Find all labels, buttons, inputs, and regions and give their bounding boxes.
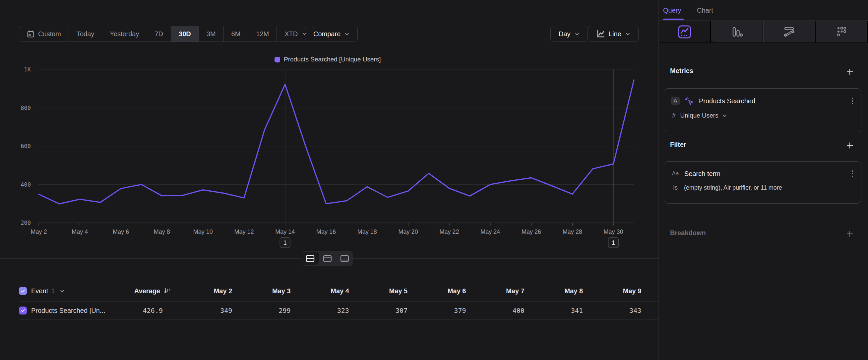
aggregation-label: Unique Users: [680, 112, 718, 119]
view-toggle: [302, 251, 353, 266]
metric-card[interactable]: A Products Searched # Unique Users: [664, 88, 861, 132]
series-checkbox[interactable]: [19, 307, 27, 314]
chart-only-view-button[interactable]: [319, 251, 336, 266]
filter-heading: Filter: [670, 141, 686, 148]
chart-type-bar-button[interactable]: [711, 21, 763, 43]
table-header-left: Event1 Average: [19, 287, 179, 295]
y-axis-label: 400: [21, 181, 31, 188]
filter-value[interactable]: (empty string), Air purifier, or 11 more: [684, 184, 782, 191]
x-axis-label: May 22: [439, 228, 459, 235]
cell-value: 299: [237, 307, 296, 314]
chart-only-view-icon: [323, 255, 332, 262]
filter-card[interactable]: Aa Search term Is (empty string), Air pu…: [664, 161, 861, 203]
annotation-badge-label: 1: [612, 240, 615, 246]
x-axis-label: May 12: [234, 228, 254, 235]
breakdown-heading: Breakdown: [670, 229, 706, 237]
metrics-heading: Metrics: [670, 67, 693, 75]
sort-icon: [163, 287, 170, 294]
query-panel: Query Chart: [659, 0, 868, 360]
flow-chart-icon: [782, 25, 796, 38]
analytics-app: CustomTodayYesterday7D30D3M6M12MXTD Comp…: [0, 0, 868, 360]
table-header-row: Event1 Average May 2May 3May 4May 5May 6…: [19, 281, 658, 302]
add-breakdown-button[interactable]: [845, 229, 854, 238]
breakdown-table: Event1 Average May 2May 3May 4May 5May 6…: [0, 281, 658, 320]
series-name: Products Searched [Un...: [31, 307, 105, 314]
aggregation-prefix: #: [672, 112, 676, 119]
table-row-left: Products Searched [Un... 426.9: [19, 307, 179, 314]
column-header: May 9: [588, 287, 646, 295]
trend-line-chart[interactable]: 2004006008001KMay 2May 4May 6May 8May 10…: [0, 0, 658, 253]
event-count: 1: [51, 287, 55, 295]
add-filter-button[interactable]: [845, 141, 854, 150]
event-label: Event: [31, 287, 48, 295]
y-axis-label: 600: [21, 143, 31, 149]
active-tab-indicator: [663, 19, 684, 20]
string-type-badge: Aa: [671, 169, 680, 178]
cell-value: 323: [296, 307, 354, 314]
metric-menu-icon[interactable]: [850, 96, 855, 106]
add-metric-button[interactable]: [845, 67, 854, 76]
event-cursor-icon: [684, 96, 694, 106]
table-only-view-icon: [340, 255, 349, 262]
date-column-values: 349299323307379400341343: [179, 307, 646, 314]
column-header: May 8: [529, 287, 588, 295]
y-axis-label: 200: [21, 220, 31, 226]
main-area: CustomTodayYesterday7D30D3M6M12MXTD Comp…: [0, 0, 658, 360]
cell-value: 379: [412, 307, 471, 314]
split-view-icon: [306, 255, 315, 262]
chevron-down-icon: [722, 113, 727, 118]
column-header: May 6: [412, 287, 471, 295]
chart-type-strip: [659, 21, 868, 43]
split-view-button[interactable]: [302, 252, 319, 265]
table-only-view-button[interactable]: [336, 251, 353, 266]
metric-letter-badge: A: [671, 96, 680, 105]
x-axis-label: May 30: [604, 228, 623, 235]
select-all-checkbox[interactable]: [19, 287, 27, 295]
x-axis-label: May 14: [275, 228, 295, 235]
column-header: May 3: [237, 287, 296, 295]
series-line[interactable]: [39, 80, 634, 204]
x-axis-label: May 10: [193, 228, 213, 235]
x-axis-label: May 20: [399, 228, 418, 235]
cell-value: 400: [471, 307, 529, 314]
cell-value: 341: [529, 307, 588, 314]
column-header: May 2: [179, 287, 237, 295]
x-axis-label: May 8: [154, 228, 170, 235]
metric-name[interactable]: Products Searched: [699, 97, 755, 105]
column-header: May 5: [354, 287, 412, 295]
filter-operator[interactable]: Is: [673, 184, 678, 191]
x-axis-label: May 26: [522, 228, 541, 235]
y-axis-label: 800: [21, 105, 31, 111]
tab-chart[interactable]: Chart: [697, 7, 713, 14]
chart-type-dots-button[interactable]: [816, 21, 868, 43]
x-axis-label: May 16: [316, 228, 336, 235]
chart-type-line-button[interactable]: [659, 21, 711, 43]
chart-type-flow-button[interactable]: [763, 21, 816, 43]
series-average: 426.9: [143, 307, 170, 314]
y-axis-label: 1K: [24, 66, 31, 73]
average-column-header[interactable]: Average: [134, 287, 179, 295]
line-chart-icon: [677, 24, 692, 39]
annotation-badge-label: 1: [283, 240, 287, 246]
x-axis-label: May 4: [72, 228, 88, 235]
cell-value: 343: [588, 307, 646, 314]
aggregation-dropdown[interactable]: Unique Users: [680, 112, 727, 119]
filter-menu-icon[interactable]: [850, 169, 855, 178]
table-row[interactable]: Products Searched [Un... 426.9 349299323…: [19, 302, 658, 320]
filter-property-name[interactable]: Search term: [684, 170, 720, 178]
column-header: May 7: [471, 287, 529, 295]
average-label: Average: [134, 287, 160, 295]
x-axis-label: May 2: [31, 228, 47, 235]
column-header: May 4: [296, 287, 354, 295]
x-axis-label: May 6: [113, 228, 129, 235]
bar-chart-icon: [730, 25, 743, 38]
x-axis-label: May 28: [563, 228, 582, 235]
tab-query[interactable]: Query: [663, 7, 681, 14]
dot-grid-icon: [835, 25, 848, 38]
chevron-down-icon[interactable]: [60, 288, 65, 294]
event-dropdown[interactable]: Event1: [31, 287, 55, 295]
x-axis-label: May 18: [358, 228, 377, 235]
cell-value: 349: [179, 307, 237, 314]
x-axis-label: May 24: [480, 228, 500, 235]
cell-value: 307: [354, 307, 412, 314]
